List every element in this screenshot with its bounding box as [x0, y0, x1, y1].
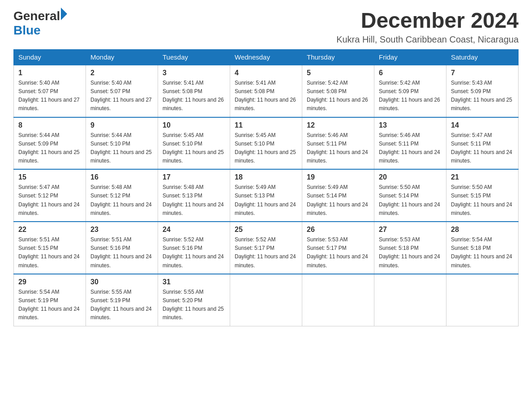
day-info: Sunrise: 5:51 AMSunset: 5:15 PMDaylight:… [18, 235, 81, 270]
day-number: 13 [379, 121, 442, 129]
calendar-day-cell: 22Sunrise: 5:51 AMSunset: 5:15 PMDayligh… [14, 222, 86, 274]
day-number: 5 [307, 69, 369, 77]
logo-block: General Blue [13, 9, 67, 38]
day-info: Sunrise: 5:44 AMSunset: 5:09 PMDaylight:… [18, 131, 81, 166]
calendar-day-cell: 4Sunrise: 5:41 AMSunset: 5:08 PMDaylight… [230, 65, 302, 117]
calendar-week-row: 1Sunrise: 5:40 AMSunset: 5:07 PMDaylight… [14, 65, 519, 117]
day-info: Sunrise: 5:42 AMSunset: 5:09 PMDaylight:… [379, 79, 442, 113]
day-info: Sunrise: 5:55 AMSunset: 5:19 PMDaylight:… [90, 288, 153, 322]
calendar-day-cell: 26Sunrise: 5:53 AMSunset: 5:17 PMDayligh… [302, 222, 374, 274]
day-number: 8 [18, 121, 81, 129]
calendar-day-cell: 15Sunrise: 5:47 AMSunset: 5:12 PMDayligh… [14, 169, 86, 222]
calendar-day-cell: 27Sunrise: 5:53 AMSunset: 5:18 PMDayligh… [374, 222, 446, 274]
calendar-day-cell: 24Sunrise: 5:52 AMSunset: 5:16 PMDayligh… [158, 222, 230, 274]
day-number: 23 [90, 226, 153, 234]
calendar-week-row: 22Sunrise: 5:51 AMSunset: 5:15 PMDayligh… [14, 222, 519, 274]
logo-triangle-icon [61, 8, 67, 20]
day-info: Sunrise: 5:44 AMSunset: 5:10 PMDaylight:… [90, 131, 153, 166]
day-info: Sunrise: 5:53 AMSunset: 5:18 PMDaylight:… [379, 235, 442, 270]
calendar-day-cell: 8Sunrise: 5:44 AMSunset: 5:09 PMDaylight… [14, 117, 86, 170]
day-number: 29 [18, 278, 81, 286]
day-info: Sunrise: 5:48 AMSunset: 5:12 PMDaylight:… [90, 183, 153, 218]
day-info: Sunrise: 5:55 AMSunset: 5:20 PMDaylight:… [163, 288, 225, 322]
day-info: Sunrise: 5:45 AMSunset: 5:10 PMDaylight:… [163, 131, 225, 166]
day-info: Sunrise: 5:52 AMSunset: 5:16 PMDaylight:… [163, 235, 225, 270]
calendar-day-cell [446, 274, 519, 326]
day-number: 6 [379, 69, 442, 77]
day-number: 9 [90, 121, 153, 129]
day-number: 21 [451, 173, 514, 181]
calendar-day-cell: 13Sunrise: 5:46 AMSunset: 5:11 PMDayligh… [374, 117, 446, 170]
day-number: 17 [163, 173, 225, 181]
calendar-day-cell: 28Sunrise: 5:54 AMSunset: 5:18 PMDayligh… [446, 222, 519, 274]
calendar-weekday-header: Friday [374, 49, 446, 65]
day-info: Sunrise: 5:48 AMSunset: 5:13 PMDaylight:… [163, 183, 225, 218]
calendar-header: SundayMondayTuesdayWednesdayThursdayFrid… [14, 49, 519, 65]
calendar-day-cell: 6Sunrise: 5:42 AMSunset: 5:09 PMDaylight… [374, 65, 446, 117]
location-subtitle: Kukra Hill, South Caribbean Coast, Nicar… [336, 34, 519, 45]
calendar-day-cell: 16Sunrise: 5:48 AMSunset: 5:12 PMDayligh… [86, 169, 158, 222]
calendar-day-cell: 5Sunrise: 5:42 AMSunset: 5:08 PMDaylight… [302, 65, 374, 117]
day-info: Sunrise: 5:42 AMSunset: 5:08 PMDaylight:… [307, 79, 369, 113]
day-info: Sunrise: 5:46 AMSunset: 5:11 PMDaylight:… [307, 131, 369, 166]
calendar-weekday-header: Thursday [302, 49, 374, 65]
calendar-body: 1Sunrise: 5:40 AMSunset: 5:07 PMDaylight… [14, 65, 519, 326]
calendar-day-cell: 2Sunrise: 5:40 AMSunset: 5:07 PMDaylight… [86, 65, 158, 117]
day-number: 22 [18, 226, 81, 234]
day-number: 30 [90, 278, 153, 286]
calendar-day-cell: 19Sunrise: 5:49 AMSunset: 5:14 PMDayligh… [302, 169, 374, 222]
calendar-day-cell: 29Sunrise: 5:54 AMSunset: 5:19 PMDayligh… [14, 274, 86, 326]
day-number: 28 [451, 226, 514, 234]
logo-row: General [13, 9, 67, 23]
day-info: Sunrise: 5:52 AMSunset: 5:17 PMDaylight:… [235, 235, 297, 270]
calendar-day-cell: 9Sunrise: 5:44 AMSunset: 5:10 PMDaylight… [86, 117, 158, 170]
day-info: Sunrise: 5:45 AMSunset: 5:10 PMDaylight:… [235, 131, 297, 166]
calendar-day-cell: 1Sunrise: 5:40 AMSunset: 5:07 PMDaylight… [14, 65, 86, 117]
day-info: Sunrise: 5:40 AMSunset: 5:07 PMDaylight:… [90, 79, 153, 113]
calendar-day-cell [374, 274, 446, 326]
calendar-day-cell: 14Sunrise: 5:47 AMSunset: 5:11 PMDayligh… [446, 117, 519, 170]
day-number: 10 [163, 121, 225, 129]
day-info: Sunrise: 5:54 AMSunset: 5:18 PMDaylight:… [451, 235, 514, 270]
day-number: 2 [90, 69, 153, 77]
logo-blue: Blue [13, 23, 67, 38]
day-info: Sunrise: 5:50 AMSunset: 5:14 PMDaylight:… [379, 183, 442, 218]
calendar-week-row: 8Sunrise: 5:44 AMSunset: 5:09 PMDaylight… [14, 117, 519, 170]
day-info: Sunrise: 5:46 AMSunset: 5:11 PMDaylight:… [379, 131, 442, 166]
calendar-day-cell: 20Sunrise: 5:50 AMSunset: 5:14 PMDayligh… [374, 169, 446, 222]
day-number: 31 [163, 278, 225, 286]
month-year-title: December 2024 [336, 9, 519, 33]
logo-general: General [13, 9, 60, 23]
day-number: 26 [307, 226, 369, 234]
calendar-day-cell: 17Sunrise: 5:48 AMSunset: 5:13 PMDayligh… [158, 169, 230, 222]
calendar-day-cell: 21Sunrise: 5:50 AMSunset: 5:15 PMDayligh… [446, 169, 519, 222]
day-number: 11 [235, 121, 297, 129]
calendar-day-cell: 12Sunrise: 5:46 AMSunset: 5:11 PMDayligh… [302, 117, 374, 170]
title-block: December 2024 Kukra Hill, South Caribbea… [336, 9, 519, 45]
calendar-day-cell [302, 274, 374, 326]
calendar-weekday-header: Tuesday [158, 49, 230, 65]
calendar-day-cell: 23Sunrise: 5:51 AMSunset: 5:16 PMDayligh… [86, 222, 158, 274]
day-number: 16 [90, 173, 153, 181]
day-info: Sunrise: 5:50 AMSunset: 5:15 PMDaylight:… [451, 183, 514, 218]
calendar-weekday-header: Saturday [446, 49, 519, 65]
logo: General Blue [13, 9, 67, 38]
calendar-weekday-header: Monday [86, 49, 158, 65]
day-number: 19 [307, 173, 369, 181]
day-info: Sunrise: 5:41 AMSunset: 5:08 PMDaylight:… [235, 79, 297, 113]
day-info: Sunrise: 5:54 AMSunset: 5:19 PMDaylight:… [18, 288, 81, 322]
calendar-day-cell: 11Sunrise: 5:45 AMSunset: 5:10 PMDayligh… [230, 117, 302, 170]
day-number: 14 [451, 121, 514, 129]
day-number: 18 [235, 173, 297, 181]
day-number: 3 [163, 69, 225, 77]
day-number: 24 [163, 226, 225, 234]
day-info: Sunrise: 5:53 AMSunset: 5:17 PMDaylight:… [307, 235, 369, 270]
day-number: 7 [451, 69, 514, 77]
day-info: Sunrise: 5:41 AMSunset: 5:08 PMDaylight:… [163, 79, 225, 113]
calendar-week-row: 15Sunrise: 5:47 AMSunset: 5:12 PMDayligh… [14, 169, 519, 222]
calendar-header-row: SundayMondayTuesdayWednesdayThursdayFrid… [14, 49, 519, 65]
calendar-day-cell: 30Sunrise: 5:55 AMSunset: 5:19 PMDayligh… [86, 274, 158, 326]
calendar-table: SundayMondayTuesdayWednesdayThursdayFrid… [13, 49, 519, 326]
day-info: Sunrise: 5:47 AMSunset: 5:12 PMDaylight:… [18, 183, 81, 218]
day-number: 27 [379, 226, 442, 234]
